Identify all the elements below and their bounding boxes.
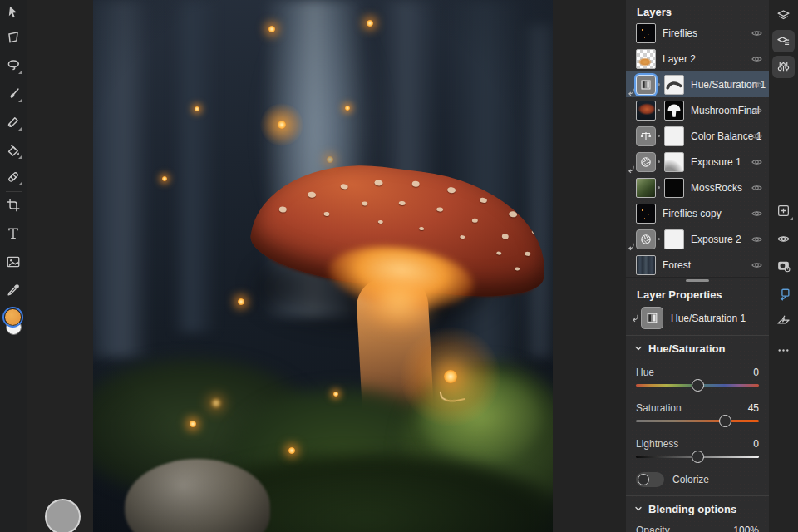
move-icon (6, 5, 21, 20)
visibility-icon (776, 232, 791, 246)
slider-knob-saturation[interactable] (719, 415, 732, 427)
adjustment-icon-thumbnail[interactable] (636, 126, 656, 146)
firefly (367, 20, 373, 27)
adjustment-icon-thumbnail[interactable] (636, 229, 656, 249)
layer-thumbnail[interactable] (636, 49, 656, 69)
tool-heal[interactable] (4, 168, 22, 186)
layer-row-forest[interactable]: Forest (626, 252, 769, 278)
mask-link-dot (658, 109, 660, 111)
slider-knob-lightness[interactable] (692, 451, 704, 463)
opacity-label: Opacity (636, 525, 670, 532)
rail-add-layer-button[interactable] (772, 200, 795, 222)
tool-transform[interactable] (4, 28, 22, 47)
mask-link-dot (658, 160, 660, 163)
tool-lasso[interactable] (4, 57, 22, 75)
adjustment-icon-thumbnail[interactable] (636, 152, 656, 172)
tool-crop[interactable] (4, 196, 22, 214)
layer-thumbnail[interactable] (636, 23, 656, 43)
layer-visibility-eye-icon[interactable] (751, 104, 763, 116)
rail-layer-fx-button[interactable] (772, 309, 795, 332)
tool-move[interactable] (4, 3, 22, 22)
touch-shortcut-button[interactable] (45, 499, 81, 532)
blending-options-section-header[interactable]: Blending options (634, 503, 736, 515)
layer-row-exposure-1[interactable]: Exposure 1 (626, 149, 769, 175)
layer-mask-thumbnail[interactable] (664, 152, 684, 172)
layer-row-mushroomfinal[interactable]: MushroomFinal (626, 97, 769, 123)
slider-label-hue: Hue (636, 367, 654, 378)
layer-row-mossrocks[interactable]: MossRocks (626, 175, 769, 200)
layer-mask-thumbnail[interactable] (664, 75, 684, 95)
subtool-indicator (790, 217, 793, 220)
hue-saturation-section-header[interactable]: Hue/Saturation (634, 342, 725, 355)
firefly (345, 106, 350, 111)
layer-visibility-eye-icon[interactable] (751, 181, 763, 194)
forest-trunk (521, 25, 553, 357)
slider-track-saturation[interactable] (636, 420, 759, 422)
rail-visibility-button[interactable] (772, 228, 795, 250)
adjust-sliders-icon (776, 60, 791, 74)
slider-knob-hue[interactable] (692, 379, 704, 392)
opacity-value: 100% (733, 525, 759, 532)
firefly (333, 392, 338, 397)
toolbar-separator (6, 52, 22, 52)
layer-row-fireflies[interactable]: Fireflies (626, 20, 769, 46)
chevron-down-icon (634, 503, 643, 515)
rail-more-button[interactable] (772, 339, 795, 362)
mushroom-cap-spot (411, 180, 420, 187)
colorize-toggle[interactable] (636, 472, 664, 487)
mushroom-cap-spot (525, 251, 531, 256)
layer-visibility-eye-icon[interactable] (751, 259, 763, 271)
layer-row-fireflies-copy[interactable]: Fireflies copy (626, 200, 769, 226)
document-canvas[interactable] (93, 0, 553, 532)
layer-row-hue-saturation-1[interactable]: Hue/Saturation 1 (626, 71, 769, 97)
tool-brush[interactable] (4, 85, 22, 103)
layer-thumbnail[interactable] (636, 255, 656, 275)
layer-row-exposure-2[interactable]: Exposure 2 (626, 226, 769, 252)
layer-row-layer-2[interactable]: Layer 2 (626, 46, 769, 71)
layer-visibility-eye-icon[interactable] (751, 27, 763, 39)
rail-clip-layer-button[interactable] (772, 283, 795, 305)
layer-mask-thumbnail[interactable] (664, 126, 684, 146)
mushroom-cap-spot (378, 220, 383, 224)
layer-visibility-eye-icon[interactable] (751, 233, 763, 245)
tool-type[interactable] (4, 224, 22, 243)
tool-fill[interactable] (4, 141, 22, 160)
layer-row-color-balance-1[interactable]: Color Balance 1 (626, 123, 769, 149)
adjustment-layer-thumbnail[interactable] (641, 307, 663, 329)
layer-visibility-eye-icon[interactable] (751, 130, 763, 142)
tool-eraser[interactable] (4, 113, 22, 131)
rail-adjust-sliders-button[interactable] (772, 56, 795, 78)
panel-resize-handle[interactable] (686, 279, 709, 282)
layer-visibility-eye-icon[interactable] (751, 207, 763, 219)
adjustment-icon-thumbnail[interactable] (636, 75, 656, 95)
layers-stack-icon (776, 8, 791, 22)
layer-visibility-eye-icon[interactable] (751, 52, 763, 65)
layer-properties-title: Layer Properties (637, 288, 722, 301)
layer-mask-thumbnail[interactable] (664, 178, 684, 198)
layer-thumbnail[interactable] (636, 101, 656, 121)
layer-mask-thumbnail[interactable] (664, 229, 684, 249)
layer-strip-icon (776, 34, 791, 48)
forest-trunk (93, 0, 151, 357)
mushroom-cap-spot (472, 218, 479, 223)
panel-divider (626, 495, 769, 496)
layer-thumbnail[interactable] (636, 204, 656, 224)
layer-visibility-eye-icon[interactable] (751, 78, 763, 91)
layer-thumbnail[interactable] (636, 178, 656, 198)
rail-layer-strip-button[interactable] (772, 30, 795, 52)
rail-add-mask-button[interactable] (772, 254, 795, 277)
tool-eyedropper[interactable] (4, 281, 22, 299)
taskbar-rail (769, 0, 798, 532)
firefly (212, 399, 220, 407)
layer-visibility-eye-icon[interactable] (751, 155, 763, 168)
rail-layers-stack-button[interactable] (772, 4, 795, 27)
mask-link-dot (658, 186, 660, 189)
slider-value-hue: 0 (753, 367, 759, 378)
transform-icon (6, 30, 21, 45)
tool-place-image[interactable] (4, 253, 22, 271)
layer-mask-thumbnail[interactable] (664, 101, 684, 121)
mushroom-cap-spot (278, 206, 287, 213)
mushroom-cap-spot (480, 197, 488, 203)
mask-link-dot (658, 238, 660, 240)
foreground-color-swatch[interactable] (4, 308, 22, 326)
